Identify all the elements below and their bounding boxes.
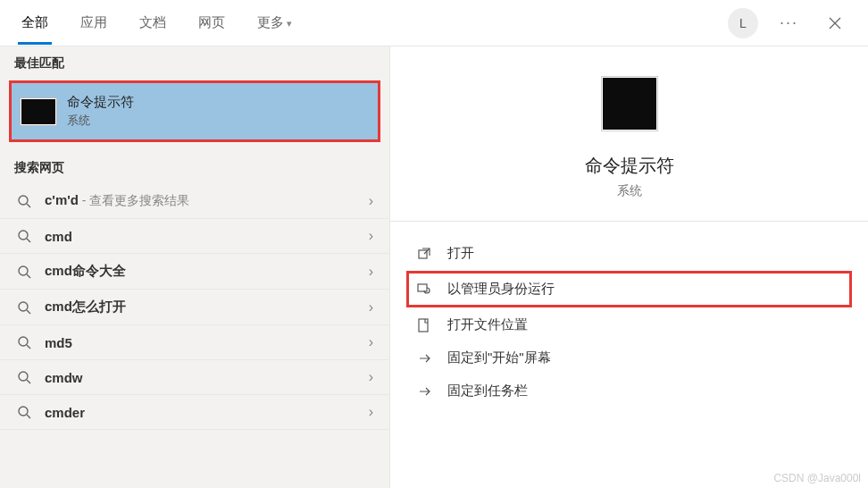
action-open-location[interactable]: 打开文件位置 xyxy=(406,309,852,341)
web-result-label: cmd怎么打开 xyxy=(45,299,356,316)
cmd-icon xyxy=(21,98,56,125)
web-result-label: c'm'd - 查看更多搜索结果 xyxy=(45,192,356,209)
web-result-label: cmder xyxy=(45,405,356,420)
open-icon xyxy=(415,247,433,261)
chevron-right-icon: › xyxy=(369,369,373,385)
web-result-label: md5 xyxy=(45,335,356,350)
highlight-box-best-match: 命令提示符 系统 xyxy=(9,80,380,142)
svg-point-0 xyxy=(19,196,28,205)
web-result-label: cmd命令大全 xyxy=(45,263,356,280)
search-icon xyxy=(16,335,32,349)
action-pin-start[interactable]: 固定到"开始"屏幕 xyxy=(406,342,852,374)
web-result-row[interactable]: c'm'd - 查看更多搜索结果› xyxy=(0,183,389,219)
best-match-subtitle: 系统 xyxy=(67,113,134,129)
svg-rect-9 xyxy=(419,319,428,332)
overflow-button[interactable]: ··· xyxy=(776,13,802,32)
action-run-as-admin[interactable]: 以管理员身份运行 xyxy=(406,271,852,307)
tab-docs[interactable]: 文档 xyxy=(136,2,170,45)
svg-rect-7 xyxy=(419,250,427,258)
chevron-right-icon: › xyxy=(369,193,373,209)
detail-cmd-icon xyxy=(602,77,657,130)
results-panel: 最佳匹配 命令提示符 系统 搜索网页 c'm'd - 查看更多搜索结果›cmd›… xyxy=(0,46,390,488)
detail-panel: 命令提示符 系统 打开 xyxy=(390,46,868,488)
svg-point-5 xyxy=(19,372,28,381)
pin-icon xyxy=(415,351,433,366)
tab-web[interactable]: 网页 xyxy=(195,2,229,45)
svg-rect-8 xyxy=(418,284,427,291)
shield-icon xyxy=(415,282,433,297)
best-match-item[interactable]: 命令提示符 系统 xyxy=(12,83,378,139)
action-pin-taskbar-label: 固定到任务栏 xyxy=(447,383,528,400)
search-icon xyxy=(16,194,32,208)
search-icon xyxy=(16,405,32,419)
close-button[interactable] xyxy=(820,8,850,38)
svg-point-6 xyxy=(19,407,28,416)
web-result-row[interactable]: cmdw› xyxy=(0,360,389,395)
chevron-right-icon: › xyxy=(369,299,373,316)
action-open[interactable]: 打开 xyxy=(406,238,852,269)
chevron-right-icon: › xyxy=(369,334,373,350)
action-open-label: 打开 xyxy=(447,245,474,262)
search-icon xyxy=(16,370,32,384)
tab-bar: 全部 应用 文档 网页 更多 L ··· xyxy=(0,0,868,46)
search-icon xyxy=(16,300,32,315)
tab-all[interactable]: 全部 xyxy=(18,2,52,45)
svg-point-2 xyxy=(19,266,28,275)
action-run-as-admin-label: 以管理员身份运行 xyxy=(447,281,555,298)
web-result-row[interactable]: cmd命令大全› xyxy=(0,254,389,290)
web-result-label: cmdw xyxy=(45,370,356,385)
tab-more[interactable]: 更多 xyxy=(254,2,296,45)
action-open-location-label: 打开文件位置 xyxy=(447,316,528,333)
watermark: CSDN @Java000l xyxy=(773,472,861,484)
best-match-title: 命令提示符 xyxy=(67,94,134,111)
tab-apps[interactable]: 应用 xyxy=(77,2,111,45)
section-search-web: 搜索网页 xyxy=(0,151,389,183)
detail-title: 命令提示符 xyxy=(585,154,674,178)
detail-subtitle: 系统 xyxy=(617,183,642,199)
chevron-right-icon: › xyxy=(369,228,373,244)
svg-point-3 xyxy=(19,302,28,311)
chevron-right-icon: › xyxy=(369,404,373,420)
web-result-row[interactable]: cmd› xyxy=(0,219,389,254)
search-icon xyxy=(16,265,32,279)
pin-icon xyxy=(415,384,433,399)
web-result-row[interactable]: cmder› xyxy=(0,395,389,430)
svg-point-4 xyxy=(19,337,28,346)
web-result-row[interactable]: md5› xyxy=(0,325,389,360)
section-best-match: 最佳匹配 xyxy=(0,46,389,79)
web-result-label: cmd xyxy=(45,229,356,244)
svg-point-1 xyxy=(19,231,28,240)
chevron-right-icon: › xyxy=(369,264,373,280)
web-result-row[interactable]: cmd怎么打开› xyxy=(0,290,389,325)
search-icon xyxy=(16,229,32,243)
action-pin-taskbar[interactable]: 固定到任务栏 xyxy=(406,375,852,407)
action-pin-start-label: 固定到"开始"屏幕 xyxy=(447,349,551,366)
user-avatar[interactable]: L xyxy=(728,8,758,38)
folder-icon xyxy=(415,318,433,332)
